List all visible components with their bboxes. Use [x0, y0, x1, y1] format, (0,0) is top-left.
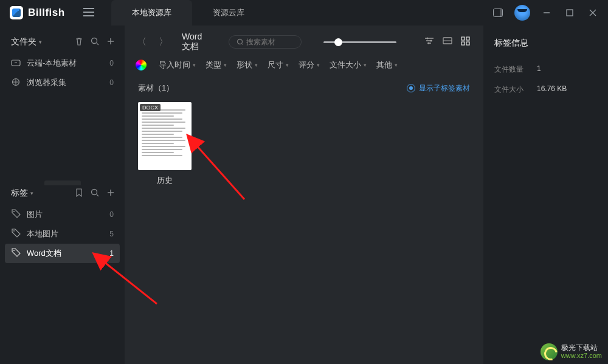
tab-cloud-library[interactable]: 资源云库	[192, 0, 265, 26]
filter-shape[interactable]: 形状	[237, 60, 258, 70]
main-toolbar: 〈 〉 Word文档	[125, 26, 483, 56]
info-row-filecount: 文件数量 1	[494, 60, 597, 80]
tag-item-label: 图片	[27, 209, 43, 220]
svg-point-6	[92, 189, 97, 194]
svg-point-12	[430, 40, 432, 42]
tag-item-count: 0	[109, 210, 114, 219]
panel-toggle-icon[interactable]	[491, 6, 505, 19]
tag-item-label: 本地图片	[27, 228, 58, 239]
filter-rating[interactable]: 评分	[299, 60, 320, 70]
watermark-icon	[541, 343, 558, 360]
svg-point-8	[13, 230, 15, 232]
folder-item-label: 云端-本地素材	[27, 58, 77, 69]
doc-preview-lines	[142, 109, 188, 156]
cloud-to-local-icon	[11, 58, 21, 69]
search-input[interactable]	[246, 38, 294, 46]
thumbnail-size-area	[323, 41, 415, 43]
section-divider[interactable]	[44, 180, 81, 185]
search-icon	[237, 38, 243, 46]
trash-icon[interactable]	[75, 37, 83, 47]
folder-item-count: 0	[109, 59, 114, 67]
tab-local-library[interactable]: 本地资源库	[111, 0, 192, 26]
view-grid-icon[interactable]	[461, 36, 470, 47]
tag-item-count: 1	[109, 249, 114, 258]
svg-rect-18	[466, 42, 469, 45]
window-maximize-icon[interactable]	[563, 6, 576, 19]
app-name: Billfish	[28, 7, 65, 19]
browser-collect-icon	[11, 78, 21, 88]
asset-count: 素材（1）	[138, 83, 174, 94]
filetype-badge: DOCX	[140, 104, 161, 111]
svg-point-11	[427, 38, 429, 39]
svg-rect-15	[461, 37, 465, 40]
svg-point-7	[13, 211, 15, 212]
titlebar: Billfish 本地资源库 资源云库	[0, 0, 608, 26]
filter-type[interactable]: 类型	[206, 60, 227, 70]
tag-item-count: 5	[109, 230, 114, 238]
app-logo-icon	[10, 6, 23, 19]
app-logo: Billfish	[10, 6, 65, 19]
svg-point-3	[92, 38, 97, 43]
svg-rect-2	[567, 10, 573, 16]
svg-point-13	[428, 43, 430, 44]
folder-item-browser-collect[interactable]: 浏览器采集 0	[0, 73, 125, 92]
thumbnail-size-slider[interactable]	[323, 41, 396, 43]
content-header: 素材（1） 显示子标签素材	[125, 77, 483, 98]
color-filter-icon[interactable]	[136, 60, 147, 70]
filter-size[interactable]: 尺寸	[268, 60, 289, 70]
window-minimize-icon[interactable]	[540, 6, 553, 19]
user-avatar[interactable]	[514, 5, 530, 21]
svg-point-10	[238, 39, 243, 44]
svg-rect-17	[461, 42, 465, 45]
bookmark-icon[interactable]	[75, 188, 83, 199]
tag-icon	[11, 228, 21, 239]
asset-thumbnail: DOCX	[138, 102, 192, 170]
tags-section: 标签▾ 图片 0 本地图片 5 Word文档 1	[0, 185, 125, 263]
nav-forward-icon[interactable]: 〉	[157, 35, 170, 50]
filter-filesize[interactable]: 文件大小	[330, 60, 367, 70]
window-close-icon[interactable]	[586, 6, 599, 19]
svg-point-9	[13, 250, 15, 251]
search-icon[interactable]	[91, 37, 99, 47]
tag-item-image[interactable]: 图片 0	[0, 205, 125, 224]
filter-import-time[interactable]: 导入时间	[159, 60, 196, 70]
add-folder-icon[interactable]	[106, 37, 115, 47]
svg-rect-1	[500, 9, 502, 16]
watermark: 极光下载站 www.xz7.com	[541, 343, 602, 360]
view-list-icon[interactable]	[443, 36, 452, 47]
view-filter-icon[interactable]	[424, 36, 434, 47]
asset-card[interactable]: DOCX 历史	[138, 102, 192, 186]
library-tabs: 本地资源库 资源云库	[111, 0, 265, 26]
tag-item-local-image[interactable]: 本地图片 5	[0, 224, 125, 244]
folder-item-count: 0	[109, 78, 114, 87]
tag-item-label: Word文档	[27, 248, 61, 259]
tag-item-word-doc[interactable]: Word文档 1	[5, 244, 120, 263]
asset-name: 历史	[157, 175, 173, 186]
folders-title[interactable]: 文件夹▾	[11, 36, 42, 47]
asset-grid: DOCX 历史	[125, 98, 483, 190]
svg-rect-16	[466, 37, 469, 40]
folder-item-cloud-local[interactable]: 云端-本地素材 0	[0, 53, 125, 73]
filter-bar: 导入时间 类型 形状 尺寸 评分 文件大小 其他	[125, 56, 483, 77]
folders-section: 文件夹▾ 云端-本地素材 0 浏览器采集 0	[0, 34, 125, 92]
titlebar-right	[491, 5, 608, 21]
info-panel-title: 标签信息	[494, 38, 597, 49]
sidebar: 文件夹▾ 云端-本地素材 0 浏览器采集 0 标签▾	[0, 26, 125, 364]
radio-on-icon	[407, 84, 415, 92]
tag-icon	[11, 248, 21, 259]
search-icon[interactable]	[91, 188, 99, 199]
main-panel: 〈 〉 Word文档 导入时间 类型 形状 尺寸	[125, 26, 483, 364]
nav-back-icon[interactable]: 〈	[136, 35, 148, 50]
info-row-filesize: 文件大小 16.76 KB	[494, 80, 597, 100]
slider-thumb[interactable]	[334, 38, 342, 46]
info-panel: 标签信息 文件数量 1 文件大小 16.76 KB	[483, 26, 608, 364]
tags-title[interactable]: 标签▾	[11, 188, 33, 199]
breadcrumb: Word文档	[182, 32, 210, 52]
tag-icon	[11, 209, 21, 220]
search-box[interactable]	[229, 35, 302, 49]
folder-item-label: 浏览器采集	[27, 77, 66, 88]
menu-icon[interactable]	[83, 8, 94, 18]
show-subtag-toggle[interactable]: 显示子标签素材	[407, 83, 470, 94]
add-tag-icon[interactable]	[106, 188, 115, 199]
filter-other[interactable]: 其他	[376, 60, 398, 70]
